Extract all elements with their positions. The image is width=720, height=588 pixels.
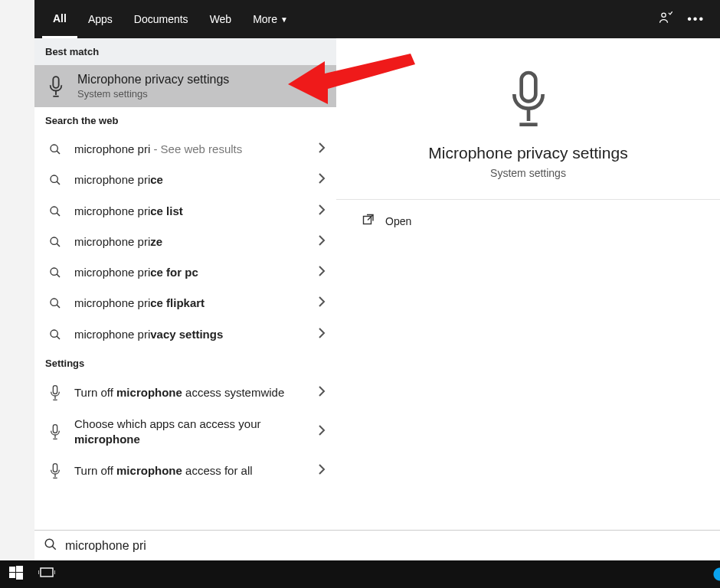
svg-rect-9 <box>53 385 57 394</box>
chevron-right-icon <box>318 235 326 249</box>
svg-point-15 <box>45 539 54 547</box>
search-icon <box>47 297 64 309</box>
preview-panel: Microphone privacy settings System setti… <box>336 38 720 560</box>
chevron-right-icon <box>318 142 326 156</box>
search-icon <box>47 328 64 341</box>
results-list: Best match Microphone privacy settings S… <box>34 38 336 560</box>
svg-rect-19 <box>16 573 23 580</box>
search-icon <box>44 537 57 554</box>
search-window: All Apps Documents Web More▼ ••• Best ma… <box>34 0 720 560</box>
section-header-search-web: Search the web <box>34 107 336 134</box>
settings-result-item[interactable]: Turn off microphone access for all <box>34 455 336 487</box>
section-header-settings: Settings <box>34 350 336 377</box>
cortana-icon[interactable] <box>708 560 720 588</box>
tab-label: More <box>253 13 277 25</box>
search-icon <box>47 174 64 186</box>
result-label: microphone price for pc <box>74 265 307 280</box>
chevron-right-icon <box>318 328 326 341</box>
tab-label: Apps <box>88 13 113 25</box>
svg-rect-20 <box>41 568 53 577</box>
svg-point-5 <box>51 237 57 244</box>
svg-point-2 <box>51 145 57 152</box>
web-result-item[interactable]: microphone price <box>34 165 336 195</box>
task-view-icon[interactable] <box>38 566 55 583</box>
web-result-item[interactable]: microphone price list <box>34 196 336 227</box>
microphone-icon <box>507 69 550 133</box>
search-input[interactable] <box>65 539 711 553</box>
settings-result-item[interactable]: Choose which apps can access your microp… <box>34 409 336 456</box>
microphone-icon <box>47 384 64 401</box>
result-label: microphone price list <box>74 204 307 219</box>
tab-apps[interactable]: Apps <box>77 0 123 38</box>
svg-point-3 <box>51 175 57 182</box>
best-match-item[interactable]: Microphone privacy settings System setti… <box>34 65 336 107</box>
preview-subtitle: System settings <box>490 167 566 179</box>
settings-result-item[interactable]: Turn off microphone access systemwide <box>34 377 336 409</box>
result-label: Turn off microphone access systemwide <box>74 385 307 400</box>
microphone-icon <box>45 75 67 98</box>
open-icon <box>362 214 375 228</box>
chevron-right-icon <box>318 425 326 439</box>
feedback-icon[interactable] <box>658 10 673 28</box>
tab-web[interactable]: Web <box>199 0 243 38</box>
preview-content: Microphone privacy settings System setti… <box>336 38 720 242</box>
result-label: microphone pri - See web results <box>74 142 307 157</box>
chevron-right-icon <box>318 266 326 279</box>
chevron-right-icon <box>318 204 326 218</box>
chevron-right-icon <box>318 173 326 187</box>
search-icon <box>47 236 64 248</box>
result-label: microphone prize <box>74 234 307 250</box>
microphone-icon <box>47 423 64 440</box>
svg-point-0 <box>662 13 666 17</box>
result-label: Turn off microphone access for all <box>74 463 307 479</box>
web-result-item[interactable]: microphone price for pc <box>34 257 336 288</box>
tab-all[interactable]: All <box>42 0 77 38</box>
tab-label: Documents <box>134 13 188 25</box>
svg-rect-1 <box>53 77 58 88</box>
tab-documents[interactable]: Documents <box>123 0 199 38</box>
best-match-subtitle: System settings <box>77 88 229 100</box>
search-icon <box>47 205 64 217</box>
svg-point-4 <box>51 207 57 214</box>
svg-point-6 <box>51 268 57 275</box>
search-icon <box>47 266 64 279</box>
svg-rect-18 <box>9 573 15 578</box>
best-match-title: Microphone privacy settings <box>77 73 229 87</box>
web-result-item[interactable]: microphone price flipkart <box>34 288 336 318</box>
search-bar[interactable] <box>34 530 720 560</box>
search-icon <box>47 143 64 155</box>
svg-point-7 <box>51 299 57 305</box>
svg-rect-10 <box>53 425 57 433</box>
top-right-controls: ••• <box>658 10 712 28</box>
web-result-item[interactable]: microphone prize <box>34 227 336 257</box>
open-label: Open <box>385 215 411 227</box>
svg-point-8 <box>51 330 57 337</box>
result-label: microphone price flipkart <box>74 296 307 311</box>
tab-label: All <box>53 12 67 24</box>
svg-rect-11 <box>53 464 57 472</box>
chevron-right-icon <box>318 464 326 478</box>
open-action[interactable]: Open <box>336 200 437 242</box>
web-result-item[interactable]: microphone pri - See web results <box>34 134 336 165</box>
web-result-item[interactable]: microphone privacy settings <box>34 319 336 350</box>
more-options-icon[interactable]: ••• <box>687 12 705 26</box>
tab-label: Web <box>210 13 232 25</box>
start-button[interactable] <box>9 566 23 583</box>
filter-tab-bar: All Apps Documents Web More▼ ••• <box>34 0 720 38</box>
svg-rect-16 <box>9 567 15 572</box>
tab-more[interactable]: More▼ <box>242 0 299 38</box>
best-match-text: Microphone privacy settings System setti… <box>77 73 229 100</box>
preview-title: Microphone privacy settings <box>428 144 627 162</box>
left-margin-strip <box>0 0 34 560</box>
svg-rect-12 <box>521 73 535 101</box>
microphone-icon <box>47 462 64 479</box>
chevron-right-icon <box>318 296 326 310</box>
taskbar <box>0 560 720 588</box>
svg-rect-17 <box>16 566 23 572</box>
result-label: Choose which apps can access your microp… <box>74 416 307 448</box>
section-header-best-match: Best match <box>34 38 336 65</box>
results-body: Best match Microphone privacy settings S… <box>34 38 720 560</box>
result-label: microphone privacy settings <box>74 327 307 342</box>
chevron-right-icon <box>318 386 326 400</box>
result-label: microphone price <box>74 172 307 188</box>
